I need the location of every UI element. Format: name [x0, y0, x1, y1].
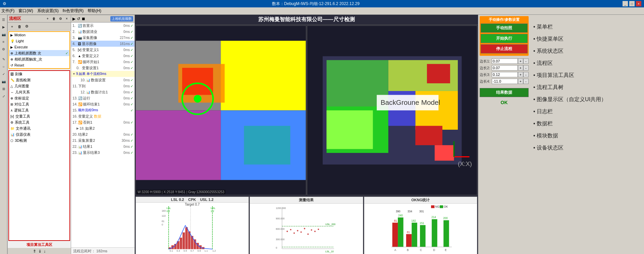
algo-item-file[interactable]: 📁 文件通讯	[9, 125, 69, 131]
algo-item-rel[interactable]: ↔ 儿何关系	[9, 89, 69, 95]
flow-play-icon[interactable]: ▶	[72, 16, 75, 21]
sidebar-icon-run[interactable]: ▶	[0, 24, 7, 30]
flow-camera-button[interactable]: 上相机批额数	[110, 16, 133, 22]
nav-arrows[interactable]: ⇑ ⇓ ↓	[8, 248, 71, 254]
menu-help[interactable]: 帮助(H)	[88, 8, 101, 14]
param-minus-1[interactable]: -	[523, 58, 529, 64]
param-plus-3[interactable]: +	[518, 72, 523, 77]
flow-item-20[interactable]: 20. 结果2 0ms ✓	[71, 131, 135, 137]
flow-item-18[interactable]: ▶ 18. 如果2	[71, 125, 135, 131]
flow-item-3[interactable]: 3. 📷 采集图像 227ms ✓	[71, 35, 135, 41]
algo-item-align[interactable]: ⊞ 对位工具	[9, 101, 69, 107]
process-panel-icons[interactable]: + 🗑 ⚙ ×	[45, 16, 69, 22]
flow-item-1[interactable]: 1. 🔄 首置示 0ms ✓	[71, 23, 135, 29]
flow-item-5[interactable]: 5. [v] 变量定义1 0ms ✓	[71, 47, 135, 53]
param-minus-3[interactable]: -	[523, 72, 529, 77]
proc-item-light[interactable]: 💡 Light	[9, 38, 69, 44]
result-data-button[interactable]: 结果数据	[480, 88, 529, 97]
menu-file[interactable]: 文件(F)	[1, 8, 14, 14]
proc-item-camera-top[interactable]: ⊕ 上相机抓图数 次 ✓	[9, 50, 69, 56]
proc-item-camera-trigger[interactable]: ⊕ 相机抓图触发_次	[9, 56, 69, 62]
algo-item-geo[interactable]: △ 几何图量	[9, 83, 69, 89]
flow-item-21[interactable]: 21. 采集算量2 30ms ✓	[71, 137, 135, 143]
process-add-icon[interactable]: +	[45, 16, 50, 22]
desc-item-6: • 图像显示区（自定义UI共用）	[533, 94, 641, 105]
flow-expand-9[interactable]: ▼	[72, 72, 75, 76]
flow-item-4[interactable]: 4. 🖼 显示图像 181ms ✓	[71, 41, 135, 47]
menu-color[interactable]: fn色管理(R)	[63, 8, 84, 14]
okng-title: OKNG统计	[364, 197, 477, 204]
nav-down-double[interactable]: ⇓	[38, 249, 42, 254]
algo-item-line[interactable]: 📏 直线检测	[9, 77, 69, 83]
flow-item-16[interactable]: 16. 变量定义 数据	[71, 113, 135, 119]
menu-settings[interactable]: 系统设置(S)	[37, 8, 59, 14]
start-execute-button[interactable]: 开始执行	[481, 34, 528, 43]
flow-item-2[interactable]: 2. 📊 数据清业 0ms ✓	[71, 29, 135, 35]
minimize-button[interactable]: _	[623, 1, 628, 6]
process-close-icon[interactable]: ×	[64, 16, 69, 22]
process-delete-icon[interactable]: 🗑	[51, 16, 57, 22]
flow-item-6[interactable]: 6. ▲ 变量定义2 0ms ✓	[71, 53, 135, 59]
sidebar-icon-menu[interactable]: ☰	[0, 16, 7, 23]
param-plus-1[interactable]: +	[518, 58, 523, 64]
tb-settings-icon[interactable]: ⚙	[24, 24, 30, 30]
flow-item-7[interactable]: 7. 🔁 循环开始1 0ms ✓	[71, 59, 135, 65]
sidebar-icon-plus[interactable]: ✎	[0, 56, 7, 62]
algo-item-image[interactable]: 🖼 刻像	[9, 71, 69, 77]
flow-item-9[interactable]: ▼ 9.如果 单个流程0ms	[71, 71, 135, 77]
tb-add-icon[interactable]: +	[9, 24, 15, 30]
flow-item-22[interactable]: 22. 📊 结果1 0ms ✓	[71, 143, 135, 150]
proc-item-reset[interactable]: ↺ Reset	[9, 62, 69, 68]
param-minus-4[interactable]: -	[523, 79, 529, 84]
param-input-4[interactable]	[492, 79, 518, 84]
flow-item-17[interactable]: 17. 🔁 否则1 0ms ✓	[71, 119, 135, 125]
param-plus-4[interactable]: +	[518, 79, 523, 84]
menu-window[interactable]: 窗口(W)	[18, 8, 33, 14]
sidebar-icon-camera2[interactable]: 📷	[0, 78, 7, 85]
algo-item-sys[interactable]: ⚙ 系统工具	[9, 119, 69, 125]
nav-down-single[interactable]: ↓	[44, 249, 46, 254]
flow-item-10[interactable]: 10. 📊 数值设置 0ms ✓	[71, 77, 135, 83]
flow-item-0[interactable]: 0. 变量设置1 0ms ✓	[71, 65, 135, 71]
nav-up-double[interactable]: ⇑	[33, 249, 36, 254]
maximize-button[interactable]: □	[629, 1, 635, 6]
flow-item-23[interactable]: 23. 📊 显示结果3 0ms ✓	[71, 150, 135, 156]
flow-expand-18[interactable]: ▶	[76, 127, 79, 130]
sidebar-icon-circle[interactable]: ○	[0, 63, 7, 70]
algo-item-var[interactable]: [v] 交量工具	[9, 113, 69, 119]
manual-photo-button[interactable]: 手动拍照	[481, 24, 528, 33]
sidebar-icon-list[interactable]: ≡	[0, 38, 7, 45]
algo-item-coord[interactable]: ⊕ 坐标追定	[9, 95, 69, 101]
sidebar-icon-settings[interactable]: ⚙	[0, 46, 7, 52]
cpk-title: LSL 0.2 CPK USL 1.2	[136, 197, 249, 203]
image-panel-middle[interactable]: BackGroune Model (X:X)	[307, 26, 478, 195]
process-settings-icon[interactable]: ⚙	[58, 16, 63, 22]
sidebar-icon-photo[interactable]: 📷	[0, 31, 7, 38]
param-input-3[interactable]	[492, 72, 518, 77]
algo-item-3d[interactable]: ⬡ 3D检测	[9, 137, 69, 143]
svg-text:0: 0	[276, 246, 277, 249]
proc-item-motion[interactable]: ▶ Motion	[9, 32, 69, 38]
flow-stop-icon[interactable]: ⏹	[82, 16, 86, 21]
proc-item-execute[interactable]: ▶ Execute	[9, 44, 69, 50]
param-plus-2[interactable]: +	[518, 65, 523, 71]
algo-item-logic[interactable]: ∧ 逻辑工具	[9, 107, 69, 113]
flow-item-11[interactable]: 11. 下到 0ms ✓	[71, 83, 135, 89]
param-input-2[interactable]	[492, 65, 518, 71]
sidebar-icon-check[interactable]: ✓	[0, 71, 7, 77]
sidebar-icon-move[interactable]: ⤢	[0, 93, 7, 99]
close-button[interactable]: ×	[636, 1, 641, 6]
window-controls[interactable]: _ □ ×	[623, 1, 641, 6]
tb-delete-icon[interactable]: 🗑	[16, 24, 22, 30]
flow-refresh-icon[interactable]: ↺	[77, 16, 80, 21]
param-minus-2[interactable]: -	[523, 65, 529, 71]
flow-item-12[interactable]: 12. 📊 数值计出1 0ms ✓	[71, 89, 135, 95]
flow-item-15[interactable]: 15. 额外流程0ms ✓	[71, 107, 135, 113]
sidebar-icon-grid[interactable]: ⊞	[0, 85, 7, 92]
image-panel-left[interactable]: W:3200 H:5900 | X:2518 Y:8451 | Gray:126…	[136, 26, 306, 195]
flow-item-13[interactable]: 13. 🔄 运行 0ms ✓	[71, 95, 135, 101]
param-input-1[interactable]	[492, 58, 518, 64]
algo-item-instrument[interactable]: 📊 仪器仪表	[9, 131, 69, 137]
flow-item-14[interactable]: 14. 🔁 循环结束1 0ms ✓	[71, 101, 135, 107]
stop-flow-button[interactable]: 停止流程	[481, 44, 528, 53]
